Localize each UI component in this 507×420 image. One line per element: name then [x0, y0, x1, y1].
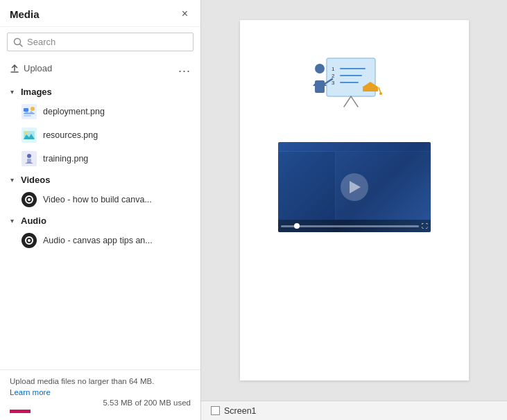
videos-section-header[interactable]: ▾ Videos	[0, 170, 200, 188]
training-illustration: 1 2 3	[306, 44, 403, 128]
svg-rect-7	[24, 115, 31, 116]
list-item[interactable]: training.png	[0, 147, 200, 170]
search-input[interactable]	[27, 37, 187, 47]
svg-text:3: 3	[332, 80, 335, 86]
svg-point-8	[31, 107, 35, 111]
svg-point-25	[315, 64, 325, 73]
image-file-icon	[22, 128, 37, 143]
svg-line-1	[20, 44, 23, 46]
item-name: Video - how to build canva...	[43, 195, 152, 204]
video-controls-bar: ⛶	[278, 220, 431, 232]
media-list: ▾ Images deployment.png	[0, 82, 200, 369]
close-button[interactable]: ×	[179, 7, 191, 21]
item-name: training.png	[43, 154, 88, 164]
videos-section-title: Videos	[21, 175, 50, 185]
usage-text: 5.53 MB of 200 MB used	[10, 399, 191, 407]
audio-thumb	[21, 232, 37, 249]
list-item[interactable]: deployment.png	[0, 100, 200, 123]
screen-checkbox[interactable]	[211, 406, 220, 415]
svg-point-31	[379, 92, 382, 95]
image-file-icon	[22, 104, 37, 119]
audio-chevron-icon: ▾	[7, 217, 17, 225]
upload-button[interactable]: Upload	[10, 63, 52, 73]
sidebar-footer: Upload media files no larger than 64 MB.…	[0, 369, 200, 420]
svg-text:2: 2	[332, 73, 335, 79]
canvas-frame: 1 2 3	[240, 20, 469, 380]
list-item[interactable]: Video - how to build canva...	[0, 188, 200, 211]
svg-line-30	[379, 87, 381, 93]
image-file-icon	[22, 151, 37, 166]
usage-bar	[10, 410, 31, 413]
images-section-header[interactable]: ▾ Images	[0, 82, 200, 100]
list-item[interactable]: Audio - canvas app tips an...	[0, 229, 200, 252]
video-thumb	[21, 191, 37, 208]
images-chevron-icon: ▾	[7, 88, 17, 96]
video-progress-bar	[281, 225, 419, 227]
item-name: resources.png	[43, 130, 98, 140]
sidebar-title: Media	[10, 8, 40, 20]
list-item[interactable]: resources.png	[0, 123, 200, 147]
screen-bar: Screen1	[201, 401, 507, 420]
item-name: deployment.png	[43, 107, 105, 116]
svg-text:1: 1	[332, 66, 335, 72]
app-container: Media × Upload ...	[0, 0, 507, 420]
canvas-video-thumbnail[interactable]: ⛶	[278, 142, 431, 232]
media-sidebar: Media × Upload ...	[0, 0, 201, 420]
learn-more-link[interactable]: Learn more	[10, 388, 51, 396]
main-area: 1 2 3	[201, 0, 507, 420]
svg-rect-5	[24, 108, 28, 112]
canvas-area: 1 2 3	[201, 0, 507, 401]
svg-rect-15	[27, 159, 31, 162]
videos-chevron-icon: ▾	[7, 176, 17, 184]
upload-row: Upload ...	[0, 57, 200, 82]
video-expand-icon[interactable]: ⛶	[422, 222, 428, 229]
sidebar-header: Media ×	[0, 0, 200, 27]
svg-point-14	[27, 154, 31, 158]
svg-rect-28	[363, 87, 378, 91]
video-icon	[22, 192, 37, 207]
image-thumb-resources	[21, 127, 37, 143]
search-icon	[13, 37, 23, 47]
audio-icon	[22, 233, 37, 248]
image-thumb-deployment	[21, 103, 37, 120]
item-name: Audio - canvas app tips an...	[43, 236, 153, 245]
svg-point-12	[25, 132, 28, 134]
search-bar-wrapper	[0, 27, 200, 57]
audio-section-title: Audio	[21, 216, 46, 226]
upload-label: Upload	[24, 63, 52, 73]
footer-info-text: Upload media files no larger than 64 MB.	[10, 377, 191, 385]
image-thumb-training	[21, 150, 37, 167]
upload-icon	[10, 64, 19, 73]
screen-label: Screen1	[224, 406, 257, 416]
audio-section-header[interactable]: ▾ Audio	[0, 211, 200, 229]
canvas-illustration: 1 2 3	[302, 41, 406, 131]
svg-rect-4	[22, 104, 37, 119]
svg-rect-26	[315, 80, 325, 93]
more-options-button[interactable]: ...	[178, 61, 191, 76]
svg-line-24	[351, 96, 358, 107]
video-progress-dot	[294, 223, 300, 229]
search-input-box	[7, 33, 194, 51]
svg-line-23	[344, 96, 351, 107]
images-section-title: Images	[21, 87, 52, 97]
